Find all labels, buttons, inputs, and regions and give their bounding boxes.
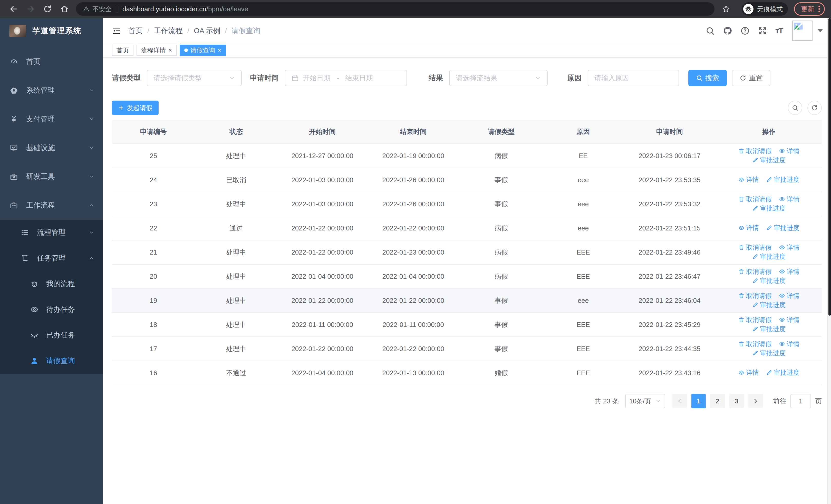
reset-button[interactable]: 重置 — [732, 70, 770, 86]
create-leave-button[interactable]: 发起请假 — [112, 100, 159, 115]
page-button-1[interactable]: 1 — [691, 394, 706, 408]
trash-icon — [738, 341, 746, 347]
detail-action-link[interactable]: 详情 — [738, 175, 759, 184]
detail-action-link[interactable]: 详情 — [738, 224, 759, 232]
date-start-placeholder[interactable]: 开始日期 — [303, 73, 331, 83]
leave-type: 病假 — [459, 264, 544, 289]
address-bar[interactable]: 不安全 dashboard.yudao.iocoder.cn/bpm/oa/le… — [76, 2, 715, 16]
cancel-action-link[interactable]: 取消请假 — [738, 267, 772, 276]
cancel-action-link[interactable]: 取消请假 — [738, 147, 772, 155]
reload-icon[interactable] — [43, 5, 52, 13]
sidebar-item-done-tasks[interactable]: 已办任务 — [0, 322, 103, 348]
back-icon[interactable] — [9, 5, 18, 13]
reason-input[interactable]: 请输入原因 — [588, 70, 679, 86]
progress-action-link[interactable]: 审批进度 — [766, 224, 799, 232]
sidebar-item-todo-tasks[interactable]: 待办任务 — [0, 297, 103, 322]
page-button-3[interactable]: 3 — [729, 394, 744, 408]
help-icon[interactable] — [740, 26, 750, 35]
breadcrumb-item[interactable]: 工作流程 — [154, 26, 183, 36]
collapse-sidebar-icon[interactable] — [112, 26, 121, 35]
home-icon[interactable] — [60, 5, 69, 13]
detail-action-link[interactable]: 详情 — [779, 267, 799, 276]
progress-action-link[interactable]: 审批进度 — [752, 156, 785, 164]
action-label: 审批进度 — [774, 368, 799, 377]
sidebar-item-workflow[interactable]: 工作流程 — [0, 191, 103, 220]
cancel-action-link[interactable]: 取消请假 — [738, 292, 772, 300]
avatar[interactable] — [792, 21, 812, 41]
sidebar-item-system[interactable]: 系统管理 — [0, 76, 103, 105]
security-label[interactable]: 不安全 — [92, 5, 112, 13]
search-icon[interactable] — [706, 26, 715, 35]
browser-menu-icon[interactable] — [819, 6, 820, 12]
font-size-icon[interactable]: ᴛT — [775, 26, 783, 35]
sidebar-item-label: 首页 — [26, 57, 40, 66]
progress-action-link[interactable]: 审批进度 — [752, 349, 785, 357]
avatar-caret-icon[interactable] — [818, 29, 823, 32]
detail-action-link[interactable]: 详情 — [779, 292, 799, 300]
detail-action-link[interactable]: 详情 — [779, 340, 799, 348]
close-tab-icon[interactable]: × — [168, 47, 172, 53]
status-text: 处理中 — [195, 313, 278, 337]
sidebar-item-home[interactable]: 首页 — [0, 47, 103, 76]
page-size-select[interactable]: 10条/页 — [625, 394, 665, 408]
detail-action-link[interactable]: 详情 — [779, 147, 799, 155]
breadcrumb-item[interactable]: OA 示例 — [194, 26, 221, 36]
trash-icon — [738, 148, 746, 154]
detail-action-link[interactable]: 详情 — [738, 368, 759, 377]
apply-time: 2022-01-22 23:46:04 — [623, 289, 716, 313]
sidebar-item-infra[interactable]: 基础设施 — [0, 134, 103, 162]
cancel-action-link[interactable]: 取消请假 — [738, 243, 772, 252]
detail-action-link[interactable]: 详情 — [779, 195, 799, 204]
pencil-icon — [752, 350, 760, 356]
fullscreen-icon[interactable] — [758, 26, 767, 35]
sidebar-item-my-process[interactable]: 我的流程 — [0, 271, 103, 297]
url-path[interactable]: /bpm/oa/leave — [206, 5, 248, 13]
close-tab-icon[interactable]: × — [218, 47, 221, 53]
date-end-placeholder[interactable]: 结束日期 — [345, 73, 373, 83]
start-time: 2022-01-03 00:00:00 — [277, 192, 367, 216]
progress-action-link[interactable]: 审批进度 — [752, 300, 785, 309]
apply-time: 2022-01-22 23:45:29 — [623, 313, 716, 337]
apply-time-range-picker[interactable]: 开始日期 - 结束日期 — [285, 70, 407, 86]
progress-action-link[interactable]: 审批进度 — [752, 204, 785, 212]
leave-type-select[interactable]: 请选择请假类型 — [147, 70, 242, 86]
progress-action-link[interactable]: 审批进度 — [752, 252, 785, 261]
progress-action-link[interactable]: 审批进度 — [752, 276, 785, 285]
result-select[interactable]: 请选择流结果 — [449, 70, 548, 86]
sidebar-item-task-mgmt[interactable]: 任务管理 — [0, 245, 103, 271]
sidebar-item-devtools[interactable]: 研发工具 — [0, 162, 103, 191]
sidebar-item-payment[interactable]: 支付管理 — [0, 105, 103, 134]
forward-icon[interactable] — [26, 5, 35, 13]
next-page-button[interactable] — [748, 394, 763, 408]
refresh-table-button[interactable] — [807, 100, 822, 115]
goto-page-input[interactable]: 1 — [791, 394, 811, 408]
tab-leave-query[interactable]: 请假查询× — [180, 45, 226, 56]
cancel-action-link[interactable]: 取消请假 — [738, 340, 772, 348]
progress-action-link[interactable]: 审批进度 — [752, 325, 785, 333]
app-logo-row[interactable]: 芋道管理系统 — [0, 18, 103, 43]
page-button-2[interactable]: 2 — [710, 394, 725, 408]
scrollbar-thumb[interactable] — [828, 18, 831, 316]
scrollbar[interactable] — [827, 18, 831, 504]
sidebar-item-leave-query[interactable]: 请假查询 — [0, 348, 103, 374]
page-content: 请假类型 请选择请假类型 申请时间 开始日期 - 结束日期 结果 请选择流结果 — [103, 70, 831, 408]
detail-action-link[interactable]: 详情 — [779, 316, 799, 324]
github-icon[interactable] — [723, 26, 732, 35]
toggle-search-button[interactable] — [788, 100, 802, 115]
search-button[interactable]: 搜索 — [688, 70, 727, 86]
prev-page-button[interactable] — [672, 394, 687, 408]
url-host[interactable]: dashboard.yudao.iocoder.cn — [122, 5, 206, 13]
progress-action-link[interactable]: 审批进度 — [766, 175, 799, 184]
update-label[interactable]: 更新 — [801, 5, 814, 13]
detail-action-link[interactable]: 详情 — [779, 243, 799, 252]
browser-update-button[interactable]: 更新 — [794, 2, 825, 16]
leave-type-label: 请假类型 — [112, 73, 141, 83]
sidebar-item-process-mgmt[interactable]: 流程管理 — [0, 220, 103, 245]
cancel-action-link[interactable]: 取消请假 — [738, 316, 772, 324]
breadcrumb-item[interactable]: 首页 — [128, 26, 143, 36]
bookmark-star-icon[interactable] — [722, 5, 730, 13]
cancel-action-link[interactable]: 取消请假 — [738, 195, 772, 204]
tab-home[interactable]: 首页 — [112, 45, 134, 56]
tab-process-detail[interactable]: 流程详情× — [137, 45, 177, 56]
progress-action-link[interactable]: 审批进度 — [766, 368, 799, 377]
